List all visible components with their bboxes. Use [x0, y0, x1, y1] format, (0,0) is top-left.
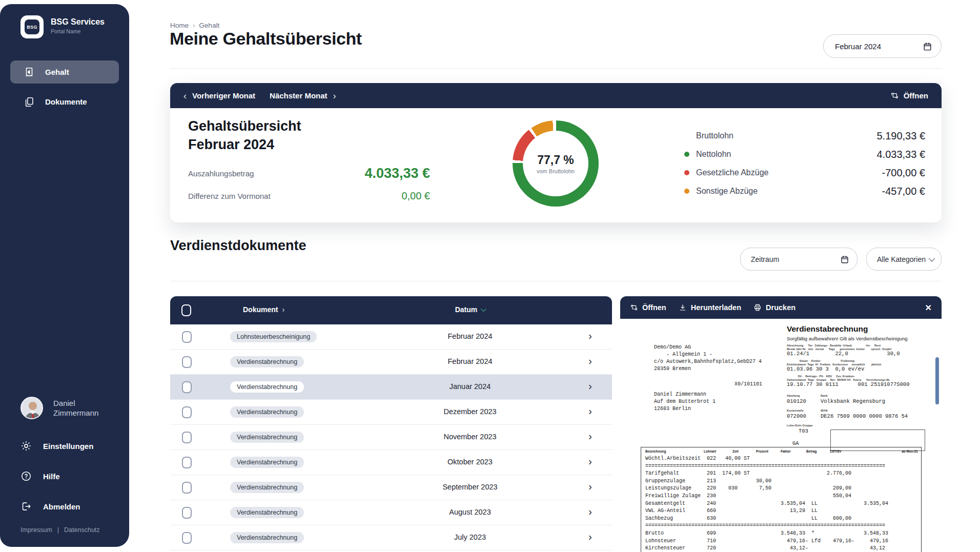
- section-divider: [170, 281, 942, 281]
- select-all-checkbox[interactable]: [181, 304, 191, 316]
- open-row-button[interactable]: ›: [588, 480, 592, 493]
- row-checkbox[interactable]: [182, 507, 192, 519]
- payslip-document: Verdienstabrechnung Sorgfältig aufbewahr…: [634, 324, 930, 552]
- payslip-table-body: Wöchtl.Arbeitszeit 022 40,00 ST ========…: [645, 455, 888, 552]
- documents-icon: [24, 96, 35, 108]
- chevron-down-icon: [929, 255, 935, 262]
- difference-row: Differenz zum Vormonat 0,00 €: [188, 190, 430, 202]
- table-body: Lohnsteuerbescheinigung Februar 2024 › V…: [170, 324, 612, 550]
- document-date: July 2023: [401, 533, 539, 541]
- open-row-button[interactable]: ›: [588, 430, 592, 442]
- legend-label: Sonstige Abzüge: [696, 187, 758, 196]
- legend-row: Nettolohn 4.033,33 €: [684, 145, 925, 163]
- open-salary-button[interactable]: Öffnen: [890, 91, 928, 100]
- menu-item-label: Einstellungen: [43, 442, 93, 451]
- salary-card-title: Gehaltsübersicht Februar 2024: [188, 117, 301, 154]
- avatar: [21, 397, 43, 419]
- open-salary-label: Öffnen: [904, 91, 928, 100]
- open-row-button[interactable]: ›: [588, 530, 592, 543]
- table-row[interactable]: Verdienstabrechnung Januar 2024 ›: [170, 375, 612, 400]
- table-row[interactable]: Verdienstabrechnung Dezember 2023 ›: [170, 400, 612, 425]
- document-type-badge: Verdienstabrechnung: [230, 532, 304, 543]
- preview-open-button[interactable]: Öffnen: [630, 303, 666, 312]
- documents-table: Dokument › Datum Lohnsteuerbescheinigung…: [170, 296, 612, 552]
- preview-print-label: Drucken: [766, 303, 795, 312]
- salary-overview-card: ‹ Vorheriger Monat Nächster Monat › Öffn…: [170, 83, 942, 222]
- column-header-datum[interactable]: Datum: [401, 305, 539, 314]
- user-profile[interactable]: Daniel Zimmermann: [21, 397, 98, 419]
- zeitraum-date-filter[interactable]: Zeitraum: [740, 248, 858, 271]
- row-checkbox[interactable]: [182, 381, 192, 393]
- impressum-link[interactable]: Impressum: [21, 526, 52, 534]
- preview-open-label: Öffnen: [642, 303, 666, 312]
- document-date: Februar 2024: [401, 332, 539, 340]
- sidebar-item-label: Gehalt: [45, 68, 69, 76]
- preview-toolbar: Öffnen Herunterladen Drucken ✕: [620, 296, 942, 319]
- legend-dot-icon: [684, 170, 689, 175]
- open-row-button[interactable]: ›: [588, 330, 592, 342]
- document-filters: Zeitraum Alle Kategorien: [740, 248, 942, 271]
- month-navigation: ‹ Vorheriger Monat Nächster Monat ›: [183, 91, 336, 100]
- table-row[interactable]: Verdienstabrechnung November 2023 ›: [170, 425, 612, 450]
- sidebar-item-gehalt[interactable]: Gehalt: [10, 60, 119, 84]
- gear-icon: [21, 440, 32, 452]
- month-picker[interactable]: Februar 2024: [823, 34, 942, 58]
- help-icon: [21, 471, 32, 482]
- open-row-button[interactable]: ›: [588, 455, 592, 467]
- preview-scrollbar[interactable]: [935, 357, 939, 404]
- table-row[interactable]: Verdienstabrechnung Februar 2024 ›: [170, 350, 612, 375]
- document-date: Oktober 2023: [401, 458, 539, 466]
- sidebar-item-dokumente[interactable]: Dokumente: [10, 90, 119, 113]
- payslip-col-stsv: ΣST/SV: [830, 449, 842, 453]
- payslip-col-abmon: ab Mon.01: [902, 449, 918, 453]
- table-row[interactable]: Verdienstabrechnung August 2023 ›: [170, 500, 612, 525]
- breadcrumb-home[interactable]: Home: [170, 22, 189, 29]
- table-row[interactable]: Verdienstabrechnung Oktober 2023 ›: [170, 450, 612, 475]
- column-header-dokument[interactable]: Dokument ›: [243, 305, 284, 314]
- payslip-employer-address: Demo/Demo AG - Allgemein 1 - c/o Autower…: [651, 344, 762, 373]
- close-icon[interactable]: ✕: [925, 303, 932, 313]
- next-month-button[interactable]: Nächster Monat ›: [270, 91, 336, 100]
- payslip-meta-labels: Abrechnung Ter- Zahlungs- Bezahlte Urlau…: [787, 344, 928, 351]
- legend-value: -457,00 €: [882, 186, 925, 197]
- legend-dot-icon: [684, 152, 689, 157]
- document-date: Dezember 2023: [401, 407, 539, 416]
- row-checkbox[interactable]: [182, 482, 192, 494]
- category-filter-value: Alle Kategorien: [877, 255, 926, 263]
- menu-item-einstellungen[interactable]: Einstellungen: [21, 435, 93, 457]
- row-checkbox[interactable]: [182, 331, 192, 343]
- row-checkbox[interactable]: [182, 532, 192, 544]
- legend-row: Gesetzliche Abzüge -700,00 €: [684, 163, 925, 182]
- column-label: Dokument: [243, 305, 278, 314]
- payslip-col-bezeichnung: Bezeichnung: [645, 449, 666, 453]
- open-row-button[interactable]: ›: [588, 405, 592, 417]
- table-row[interactable]: Verdienstabrechnung July 2023 ›: [170, 525, 612, 550]
- payslip-meta-labels: Steuer Kinder- Freibetrag Eintrittsdatum…: [787, 359, 928, 366]
- sidebar-menu: Einstellungen Hilfe Abmelden: [21, 435, 93, 525]
- preview-download-button[interactable]: Herunterladen: [679, 303, 741, 312]
- row-checkbox[interactable]: [182, 432, 192, 443]
- sidebar-item-label: Dokumente: [45, 97, 87, 106]
- preview-print-button[interactable]: Drucken: [753, 303, 795, 312]
- open-row-button[interactable]: ›: [588, 380, 592, 392]
- payslip-table: Bezeichnung Lohnart Zeit Prozent Faktor …: [641, 447, 922, 552]
- open-row-button[interactable]: ›: [588, 355, 592, 367]
- document-date: August 2023: [401, 508, 539, 516]
- row-checkbox[interactable]: [182, 457, 192, 468]
- row-checkbox[interactable]: [182, 356, 192, 368]
- legend-label: Gesetzliche Abzüge: [696, 168, 768, 177]
- category-filter-dropdown[interactable]: Alle Kategorien: [866, 248, 942, 271]
- previous-month-button[interactable]: ‹ Vorheriger Monat: [183, 91, 255, 100]
- payslip-col-faktor: Faktor: [781, 449, 791, 453]
- table-row[interactable]: Verdienstabrechnung September 2023 ›: [170, 475, 612, 500]
- datenschutz-link[interactable]: Datenschutz: [64, 526, 99, 534]
- document-type-badge: Verdienstabrechnung: [230, 381, 304, 393]
- row-checkbox[interactable]: [182, 406, 192, 418]
- table-row[interactable]: Lohnsteuerbescheinigung Februar 2024 ›: [170, 324, 612, 350]
- sort-descending-icon: [481, 306, 486, 312]
- footer-separator: |: [57, 526, 59, 534]
- menu-item-hilfe[interactable]: Hilfe: [21, 465, 93, 487]
- menu-item-abmelden[interactable]: Abmelden: [21, 495, 93, 518]
- payslip-meta-value: 01.03.96 30 3 0,0 ev/ev: [787, 366, 864, 372]
- open-row-button[interactable]: ›: [588, 505, 592, 518]
